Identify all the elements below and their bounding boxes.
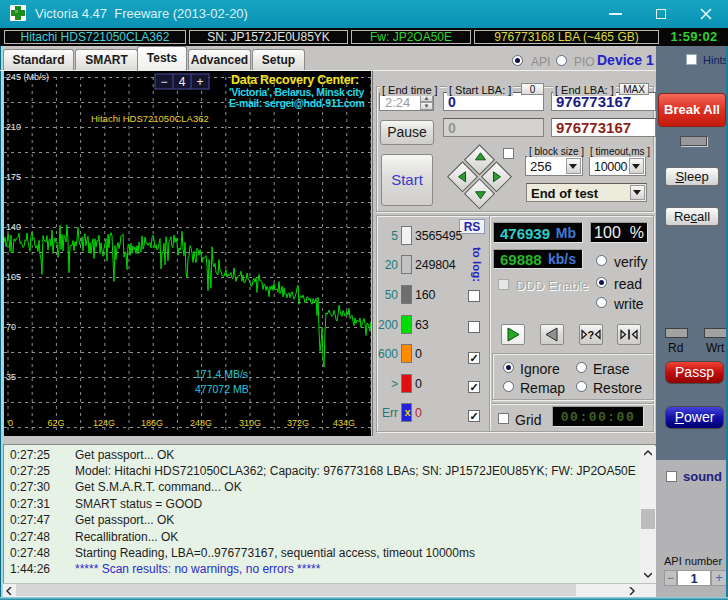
svg-text:70: 70 xyxy=(6,322,16,332)
svg-text:434G: 434G xyxy=(333,418,355,428)
svg-text:?: ? xyxy=(588,329,595,341)
svg-text:+: + xyxy=(196,75,203,89)
svg-text:Data Recovery Center:: Data Recovery Center: xyxy=(231,73,359,87)
svg-text:477072 MB: 477072 MB xyxy=(195,383,249,395)
svg-text:4: 4 xyxy=(179,75,186,89)
svg-text:372G: 372G xyxy=(287,418,309,428)
svg-text:210: 210 xyxy=(6,122,21,132)
svg-text:Hitachi HDS721050CLA362: Hitachi HDS721050CLA362 xyxy=(91,113,209,124)
svg-text:248G: 248G xyxy=(190,418,212,428)
svg-text:105: 105 xyxy=(6,272,21,282)
svg-text:62G: 62G xyxy=(47,418,64,428)
svg-text:175: 175 xyxy=(6,172,21,182)
svg-text:35: 35 xyxy=(6,372,16,382)
svg-text:186G: 186G xyxy=(141,418,163,428)
svg-text:0: 0 xyxy=(8,418,13,428)
svg-text:E-mail: sergei@hdd-911.com: E-mail: sergei@hdd-911.com xyxy=(229,97,364,109)
svg-text:124G: 124G xyxy=(93,418,115,428)
svg-text:245 (Mb/s): 245 (Mb/s) xyxy=(6,72,49,82)
svg-text:310G: 310G xyxy=(239,418,261,428)
svg-text:140: 140 xyxy=(6,222,21,232)
svg-text:−: − xyxy=(160,75,167,89)
svg-text:171,4 MB/s: 171,4 MB/s xyxy=(195,368,248,380)
